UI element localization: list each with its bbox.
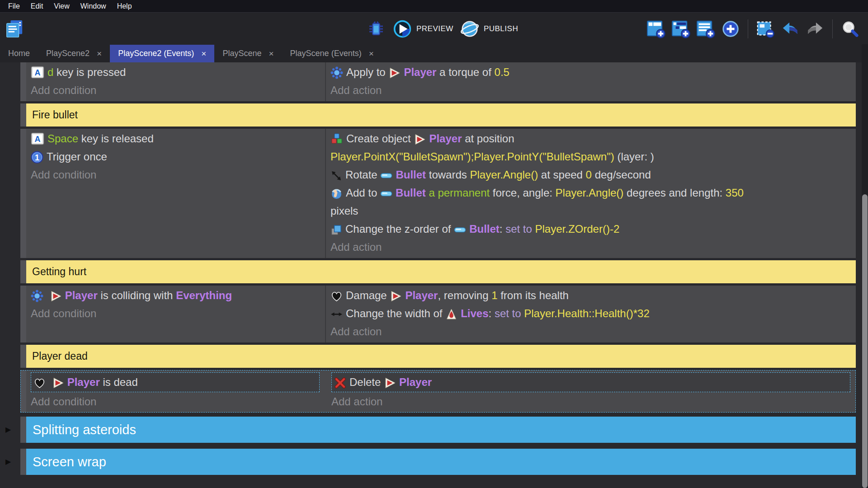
add-subevent-icon[interactable] <box>671 19 691 39</box>
physics-icon <box>330 66 346 78</box>
action-line[interactable]: Change the width of Lives: set to Player… <box>330 305 850 323</box>
text-segment: Lives <box>461 307 488 319</box>
text-segment: Player <box>399 376 432 388</box>
action-line[interactable]: Apply to Player a torque of 0.5 <box>330 63 850 81</box>
text-segment: Change the width of <box>346 307 445 319</box>
close-tab-icon[interactable]: × <box>369 49 374 58</box>
event-left-strip <box>20 449 26 475</box>
event-left-strip <box>20 260 26 283</box>
text-segment: 0 <box>586 169 592 181</box>
text-segment: Player.ZOrder()-2 <box>535 223 620 235</box>
collapse-arrow-icon[interactable]: ▶ <box>5 426 11 433</box>
add-event-icon[interactable] <box>646 19 666 39</box>
event-row[interactable]: ASpace key is released1Trigger onceAdd c… <box>20 129 856 258</box>
comment-row: Player dead <box>20 345 856 368</box>
text-segment <box>47 289 50 301</box>
text-segment: is dead <box>100 376 138 388</box>
project-manager-icon[interactable] <box>5 19 24 39</box>
event-row[interactable]: Player is deadAdd conditionDelete Player… <box>20 370 856 413</box>
action-line[interactable]: pixels <box>330 202 850 220</box>
tab-label: PlayScene (Events) <box>290 49 362 58</box>
action-line[interactable]: Delete Player <box>334 373 848 391</box>
menu-item-window[interactable]: Window <box>75 2 112 10</box>
add-action-button[interactable]: Add action <box>330 238 850 256</box>
close-tab-icon[interactable]: × <box>201 49 206 58</box>
text-segment: Create object <box>346 132 414 145</box>
delete-selected-events-icon[interactable] <box>755 19 775 39</box>
add-condition-button[interactable]: Add condition <box>31 393 320 411</box>
group-title[interactable]: Splitting asteroids <box>26 417 856 443</box>
group-row[interactable]: ▶Screen wrap <box>20 449 856 475</box>
publish-icon <box>460 19 480 39</box>
tab-playscene-events[interactable]: PlayScene (Events)× <box>282 45 382 62</box>
add-comment-icon[interactable] <box>696 19 716 39</box>
action-line[interactable]: Add to Bullet a permanent force, angle: … <box>330 184 850 202</box>
action-line[interactable]: Player.PointX("BulletSpawn");Player.Poin… <box>330 148 850 166</box>
search-icon[interactable] <box>840 19 860 39</box>
rotate-icon <box>330 169 345 181</box>
condition-line[interactable]: ASpace key is released <box>31 130 320 148</box>
event-row[interactable]: Player is colliding with EverythingAdd c… <box>20 286 856 343</box>
group-row[interactable]: ▶Splitting asteroids <box>20 417 856 443</box>
text-segment: Rotate <box>345 169 380 181</box>
close-tab-icon[interactable]: × <box>97 49 102 58</box>
add-condition-button[interactable]: Add condition <box>31 81 320 99</box>
text-segment: Trigger once <box>47 150 107 163</box>
add-condition-button[interactable]: Add condition <box>31 166 320 184</box>
group-title[interactable]: Screen wrap <box>26 449 856 475</box>
comment-text[interactable]: Getting hurt <box>26 260 856 283</box>
tab-playscene[interactable]: PlayScene× <box>214 45 282 62</box>
debugger-icon[interactable] <box>366 19 386 39</box>
text-segment: 1 <box>491 289 497 301</box>
add-action-button[interactable]: Add action <box>330 81 850 99</box>
collapse-arrow-icon[interactable]: ▶ <box>5 458 11 465</box>
vertical-scrollbar[interactable] <box>862 44 868 488</box>
scrollbar-thumb[interactable] <box>862 194 868 488</box>
player-icon <box>52 376 67 388</box>
undo-icon[interactable] <box>780 19 800 39</box>
publish-label: PUBLISH <box>484 24 518 33</box>
event-left-strip <box>20 345 26 368</box>
condition-line[interactable]: 1Trigger once <box>31 148 320 166</box>
text-segment: Player <box>404 66 436 78</box>
close-tab-icon[interactable]: × <box>269 49 274 58</box>
condition-line[interactable]: Player is colliding with Everything <box>31 286 320 305</box>
action-line[interactable]: Damage Player, removing 1 from its healt… <box>330 286 850 305</box>
event-left-strip <box>20 417 26 443</box>
add-action-button[interactable]: Add action <box>331 393 850 411</box>
tab-playscene2-events[interactable]: PlayScene2 (Events)× <box>110 45 214 62</box>
actions-list: Create object Player at positionPlayer.P… <box>330 130 850 238</box>
text-segment: is colliding with <box>98 289 176 301</box>
comment-text[interactable]: Fire bullet <box>26 103 856 127</box>
physics-icon <box>31 289 47 301</box>
redo-icon[interactable] <box>805 19 825 39</box>
add-other-event-icon[interactable] <box>721 19 741 39</box>
menu-item-file[interactable]: File <box>3 2 25 10</box>
action-line[interactable]: Rotate Bullet towards Player.Angle() at … <box>330 166 850 184</box>
condition-line[interactable]: Player is dead <box>33 373 317 391</box>
event-row[interactable]: Ad key is pressedAdd conditionApply to P… <box>20 62 856 101</box>
text-segment <box>49 376 52 388</box>
add-action-button[interactable]: Add action <box>330 323 850 341</box>
action-line[interactable]: Create object Player at position <box>330 130 850 148</box>
actions-column: Apply to Player a torque of 0.5Add actio… <box>325 62 856 101</box>
svg-text:A: A <box>35 68 41 77</box>
create-object-icon <box>330 132 346 145</box>
text-segment: Everything <box>176 289 232 301</box>
menu-item-help[interactable]: Help <box>112 2 137 10</box>
tab-label: PlayScene2 (Events) <box>118 49 194 58</box>
tab-home[interactable]: Home <box>0 45 38 62</box>
conditions-column: Player is colliding with EverythingAdd c… <box>26 286 325 343</box>
text-segment: : <box>489 307 495 319</box>
tab-playscene2[interactable]: PlayScene2× <box>38 45 110 62</box>
comment-text[interactable]: Player dead <box>26 345 856 368</box>
svg-text:A: A <box>35 135 41 144</box>
keyboard-icon: A <box>31 132 47 145</box>
condition-line[interactable]: Ad key is pressed <box>31 63 320 81</box>
menu-item-view[interactable]: View <box>48 2 75 10</box>
add-condition-button[interactable]: Add condition <box>31 305 320 323</box>
publish-button[interactable]: PUBLISH <box>460 19 518 39</box>
preview-button[interactable]: PREVIEW <box>392 19 453 39</box>
action-line[interactable]: Change the z-order of Bullet: set to Pla… <box>330 220 850 238</box>
menu-item-edit[interactable]: Edit <box>25 2 49 10</box>
